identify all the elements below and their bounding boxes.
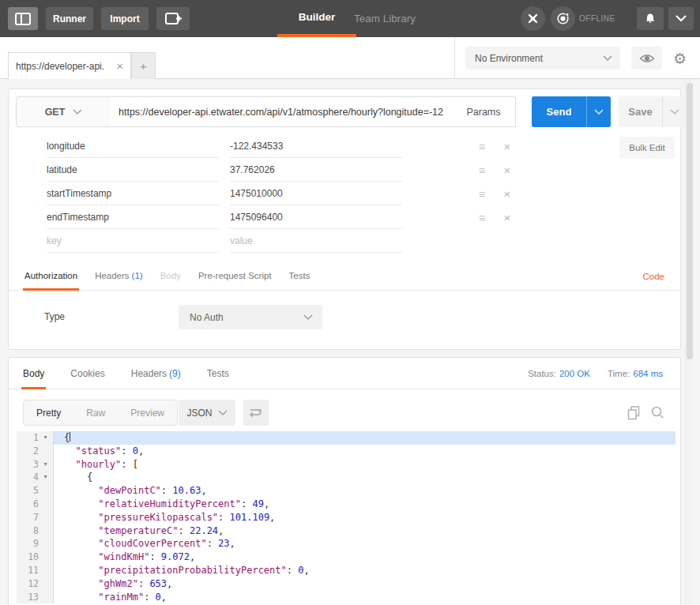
- param-value-cell[interactable]: -122.434533: [230, 135, 402, 158]
- code-content[interactable]: "hourly": [: [54, 458, 676, 472]
- view-mode-pretty[interactable]: Pretty: [24, 400, 73, 425]
- code-line: 5 "dewPointC": 10.63,: [17, 484, 676, 498]
- gutter-cell[interactable]: 3▾: [17, 458, 54, 472]
- gutter-cell[interactable]: 5: [17, 484, 54, 498]
- view-mode-preview[interactable]: Preview: [118, 400, 177, 425]
- drag-handle-icon[interactable]: ≡: [475, 206, 489, 229]
- fold-arrow-icon[interactable]: ▾: [39, 471, 52, 484]
- new-tab-button[interactable]: +: [131, 52, 156, 79]
- param-value-cell[interactable]: 1475010000: [230, 182, 402, 205]
- settings-button[interactable]: ⚙: [668, 47, 692, 70]
- code-content[interactable]: "pressureKilopascals": 101.109,: [54, 511, 676, 524]
- code-content[interactable]: "rainMm": 0,: [54, 591, 676, 604]
- response-tab-tests[interactable]: Tests: [207, 358, 229, 389]
- save-button[interactable]: Save: [619, 96, 686, 127]
- response-tab-headers[interactable]: Headers(9): [131, 358, 181, 389]
- drag-handle-icon[interactable]: ≡: [475, 159, 489, 182]
- code-line: 13 "rainMm": 0,: [17, 591, 676, 604]
- auth-type-selector[interactable]: No Auth: [179, 305, 322, 329]
- save-options-caret[interactable]: [662, 96, 686, 127]
- param-row-empty: key value: [9, 230, 682, 254]
- close-tab-icon[interactable]: ×: [111, 60, 123, 72]
- gutter-cell[interactable]: 11: [17, 564, 54, 577]
- request-tab-body[interactable]: Body: [160, 261, 181, 290]
- param-key-placeholder[interactable]: key: [47, 230, 219, 253]
- gutter-cell[interactable]: 9: [17, 537, 54, 551]
- request-tab-headers[interactable]: Headers(1): [95, 261, 143, 290]
- gutter-cell[interactable]: 4▾: [17, 471, 54, 484]
- header-menu-button[interactable]: [668, 7, 694, 30]
- sync-status-button[interactable]: [551, 6, 575, 31]
- copy-response-button[interactable]: [623, 402, 644, 423]
- response-tab-cookies[interactable]: Cookies: [70, 358, 104, 389]
- line-number: 5: [17, 484, 39, 498]
- code-content[interactable]: "temperatureC": 22.24,: [54, 524, 676, 538]
- gutter-cell[interactable]: 10: [17, 551, 54, 564]
- request-tab[interactable]: https://developer-api. ×: [8, 52, 131, 79]
- param-key-cell[interactable]: longitude: [47, 135, 219, 158]
- notifications-button[interactable]: [637, 7, 664, 30]
- tab-label: Tests: [289, 271, 310, 280]
- new-window-button[interactable]: [156, 7, 190, 30]
- gutter-cell[interactable]: 13: [17, 591, 54, 604]
- response-tab-body[interactable]: Body: [23, 358, 44, 389]
- code-content[interactable]: "ghWm2": 653,: [54, 577, 676, 591]
- response-card: BodyCookiesHeaders(9)Tests Status: 200 O…: [8, 357, 681, 605]
- bulk-edit-button[interactable]: Bulk Edit: [619, 137, 675, 159]
- environment-preview-button[interactable]: [631, 47, 662, 70]
- remove-param-icon[interactable]: ×: [500, 159, 514, 182]
- param-value-placeholder[interactable]: value: [230, 230, 402, 253]
- interceptor-button[interactable]: [521, 6, 545, 31]
- token: [64, 459, 75, 470]
- response-body-editor[interactable]: 1▾{2 "status": 0,3▾ "hourly": [4▾ {5 "de…: [17, 431, 676, 605]
- gutter-cell[interactable]: 8: [17, 524, 54, 538]
- http-method-selector[interactable]: GET: [16, 96, 111, 127]
- environment-selector[interactable]: No Environment: [465, 47, 620, 70]
- request-tab-authorization[interactable]: Authorization: [24, 261, 77, 290]
- chevron-down-icon: [73, 109, 82, 115]
- request-tab-pre-request-script[interactable]: Pre-request Script: [198, 261, 272, 290]
- format-selector[interactable]: JSON: [179, 400, 235, 426]
- code-content[interactable]: {: [54, 431, 676, 445]
- wrap-text-button[interactable]: [243, 400, 269, 426]
- remove-param-icon[interactable]: ×: [500, 206, 514, 229]
- gutter-cell[interactable]: 6: [17, 498, 54, 511]
- remove-param-icon[interactable]: ×: [500, 182, 514, 205]
- sidebar-toggle-button[interactable]: [8, 7, 38, 30]
- code-content[interactable]: "precipitationProbabilityPercent": 0,: [54, 564, 676, 577]
- drag-handle-icon[interactable]: ≡: [475, 182, 489, 205]
- window-scrollbar-track[interactable]: [685, 79, 693, 605]
- send-button[interactable]: Send: [532, 96, 611, 127]
- gutter-cell[interactable]: 7: [17, 511, 54, 524]
- code-content[interactable]: "status": 0,: [54, 445, 676, 458]
- generate-code-link[interactable]: Code: [643, 261, 665, 291]
- param-key-cell[interactable]: startTimestamp: [47, 182, 219, 205]
- send-options-caret[interactable]: [586, 96, 611, 127]
- code-content[interactable]: "dewPointC": 10.63,: [54, 484, 676, 498]
- code-content[interactable]: "cloudCoverPercent": 23,: [54, 537, 676, 551]
- fold-arrow-icon[interactable]: ▾: [39, 458, 52, 472]
- code-content[interactable]: "windKmH": 9.072,: [54, 551, 676, 564]
- param-value-cell[interactable]: 1475096400: [230, 206, 402, 229]
- param-value-cell[interactable]: 37.762026: [230, 159, 402, 182]
- url-input[interactable]: [111, 96, 453, 127]
- drag-handle-icon[interactable]: ≡: [475, 135, 489, 158]
- view-mode-raw[interactable]: Raw: [73, 400, 118, 425]
- code-content[interactable]: {: [54, 471, 676, 484]
- fold-arrow-icon[interactable]: ▾: [39, 431, 52, 445]
- gutter-cell[interactable]: 12: [17, 577, 54, 591]
- import-button[interactable]: Import: [101, 7, 149, 30]
- window-scrollbar-thumb[interactable]: [687, 83, 693, 359]
- gutter-cell[interactable]: 2: [17, 445, 54, 458]
- param-key-cell[interactable]: endTimestamp: [47, 206, 219, 229]
- request-tab-tests[interactable]: Tests: [289, 261, 310, 290]
- params-toggle-button[interactable]: Params: [452, 96, 516, 127]
- param-key-cell[interactable]: latitude: [47, 159, 219, 182]
- remove-param-icon[interactable]: ×: [500, 135, 514, 158]
- nav-builder[interactable]: Builder: [277, 0, 356, 34]
- nav-team-library[interactable]: Team Library: [350, 0, 420, 37]
- runner-button[interactable]: Runner: [46, 7, 93, 30]
- code-content[interactable]: "relativeHumidityPercent": 49,: [54, 498, 676, 511]
- search-response-button[interactable]: [647, 402, 668, 423]
- gutter-cell[interactable]: 1▾: [17, 431, 54, 445]
